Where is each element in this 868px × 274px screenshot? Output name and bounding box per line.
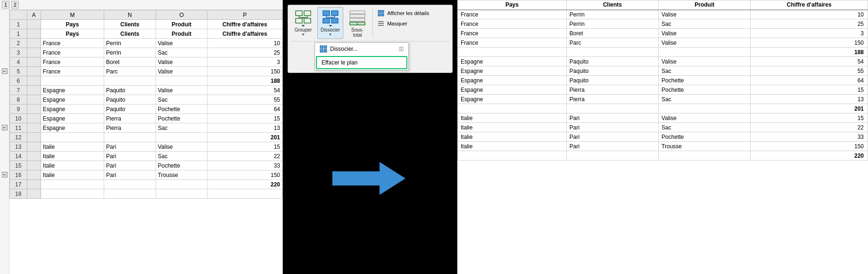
rt-header-produit: Produit <box>659 0 751 10</box>
masquer-label: Masquer <box>387 21 407 26</box>
side-ribbon-buttons: Afficher les détails Masquer <box>376 7 449 30</box>
dissocier-arrow: ▼ <box>329 32 332 37</box>
svg-marker-8 <box>301 25 305 27</box>
svg-rect-26 <box>381 14 384 16</box>
table-row: 1PaysClientsProduitChiffre d'affaires <box>10 29 282 39</box>
table-row: ItaliePariSac22 <box>458 123 868 132</box>
col-header-n: N <box>104 10 156 20</box>
table-row: 7EspagnePaquitoValise54 <box>10 86 282 95</box>
table-row: EspagnePaquitoValise54 <box>458 57 868 66</box>
effacer-plan-item[interactable]: Effacer le plan <box>316 56 407 69</box>
minus-btn-row12[interactable]: − <box>0 123 9 132</box>
table-row: EspagnePierraPochette15 <box>458 85 868 95</box>
svg-rect-18 <box>350 11 365 14</box>
col-header-p: P <box>207 10 282 20</box>
svg-rect-33 <box>324 46 327 48</box>
table-row: FranceParcValise150 <box>458 38 868 48</box>
svg-rect-35 <box>324 49 327 52</box>
table-row: 13ItaliePariValise15 <box>10 142 282 152</box>
col-header-a: A <box>27 10 41 20</box>
sous-total-icon: Σ <box>348 9 366 27</box>
table-row: ItaliePariTrousse150 <box>458 142 868 151</box>
table-row: EspagnePaquitoSac55 <box>458 66 868 76</box>
table-row: 14ItaliePariSac22 <box>10 152 282 161</box>
right-result-panel: Pays Clients Produit Chiffre d'affaires … <box>457 0 868 274</box>
svg-rect-32 <box>320 46 323 48</box>
rt-header-pays: Pays <box>458 0 567 10</box>
afficher-details-button[interactable]: Afficher les détails <box>376 9 449 17</box>
table-row: EspagnePierraSac13 <box>458 95 868 104</box>
dissocier-icon <box>322 9 339 27</box>
table-row: ItaliePariValise15 <box>458 113 868 123</box>
table-row: 6188 <box>10 76 282 86</box>
svg-rect-37 <box>401 47 403 51</box>
svg-rect-23 <box>378 10 380 13</box>
table-row: 188 <box>458 48 868 57</box>
table-row: FrancePerrinSac25 <box>458 19 868 29</box>
table-row: 16ItaliePariTrousse150 <box>10 170 282 180</box>
table-row: 11EspagnePierraSac13 <box>10 123 282 133</box>
table-row: 15ItaliePariPochette33 <box>10 161 282 170</box>
grouper-icon <box>294 9 312 27</box>
svg-rect-25 <box>378 14 380 16</box>
svg-rect-10 <box>331 11 338 16</box>
col-header-m: M <box>41 10 104 20</box>
table-row: 8EspagnePaquitoSac55 <box>10 95 282 105</box>
svg-rect-36 <box>399 47 401 51</box>
grouper-arrow: ▼ <box>301 32 305 37</box>
svg-rect-1 <box>304 11 311 16</box>
table-row: 220 <box>458 151 868 161</box>
table-row: EspagnePaquitoPochette64 <box>458 76 868 85</box>
left-spreadsheet-panel: 1 2 − − <box>0 0 283 274</box>
minus-btn-row6[interactable]: − <box>0 66 9 76</box>
dissocier-dropdown: Dissocier... Effacer le plan <box>314 42 409 71</box>
table-row: 4FranceBoretValise3 <box>10 57 282 67</box>
rt-header-clients: Clients <box>566 0 658 10</box>
col-header-rownum <box>10 10 27 20</box>
ribbon-toolbar: Grouper ▼ <box>288 5 453 73</box>
svg-rect-0 <box>296 11 302 16</box>
svg-rect-9 <box>323 11 330 16</box>
middle-ribbon-panel: Grouper ▼ <box>283 0 457 274</box>
table-row: FrancePerrinValise10 <box>458 10 868 19</box>
table-row: 3FrancePerrinSac25 <box>10 48 282 57</box>
grouper-label: Grouper <box>295 27 312 32</box>
sous-total-label: Sous- total <box>351 27 364 38</box>
table-row: 12201 <box>10 133 282 142</box>
dissocier-menu-item[interactable]: Dissocier... <box>315 43 408 55</box>
masquer-button[interactable]: Masquer <box>376 19 449 28</box>
minus-btn-row17[interactable]: − <box>0 170 9 179</box>
table-row: 17220 <box>10 180 282 189</box>
effacer-plan-label: Effacer le plan <box>322 59 358 66</box>
svg-text:Σ: Σ <box>356 22 358 25</box>
outline-controls: − − − <box>0 10 9 274</box>
table-row: 2FrancePerrinValise10 <box>10 39 282 48</box>
svg-rect-2 <box>296 18 302 23</box>
table-row: FranceBoretValise3 <box>458 29 868 38</box>
table-row: ItaliePariPochette33 <box>458 132 868 142</box>
dissocier-label: Dissocier <box>321 27 340 32</box>
svg-rect-19 <box>350 15 365 17</box>
svg-rect-34 <box>320 49 323 52</box>
level-1-button[interactable]: 1 <box>2 1 9 8</box>
level-2-button[interactable]: 2 <box>11 1 19 8</box>
table-row: 1 Pays Clients Produit Chiffre d'affaire… <box>10 20 282 29</box>
afficher-details-label: Afficher les détails <box>387 10 429 16</box>
svg-marker-38 <box>332 162 405 195</box>
grouper-button[interactable]: Grouper ▼ <box>291 7 315 39</box>
table-row: 5FranceParcValise150 <box>10 67 282 76</box>
svg-rect-24 <box>381 10 384 13</box>
dissocier-button[interactable]: Dissocier ▼ <box>317 7 343 39</box>
right-arrow <box>332 155 408 202</box>
svg-rect-12 <box>331 18 338 23</box>
direction-arrow-container <box>332 82 408 274</box>
dissocier-menu-icon <box>320 45 327 53</box>
sous-total-button[interactable]: Σ Sous- total <box>345 7 370 40</box>
svg-marker-17 <box>329 25 332 27</box>
table-row: 9EspagnePaquitoPochette64 <box>10 105 282 114</box>
svg-rect-11 <box>323 18 330 23</box>
afficher-details-icon <box>378 10 384 16</box>
col-header-o: O <box>156 10 207 20</box>
table-row: 201 <box>458 104 868 113</box>
result-table: Pays Clients Produit Chiffre d'affaires … <box>457 0 868 161</box>
